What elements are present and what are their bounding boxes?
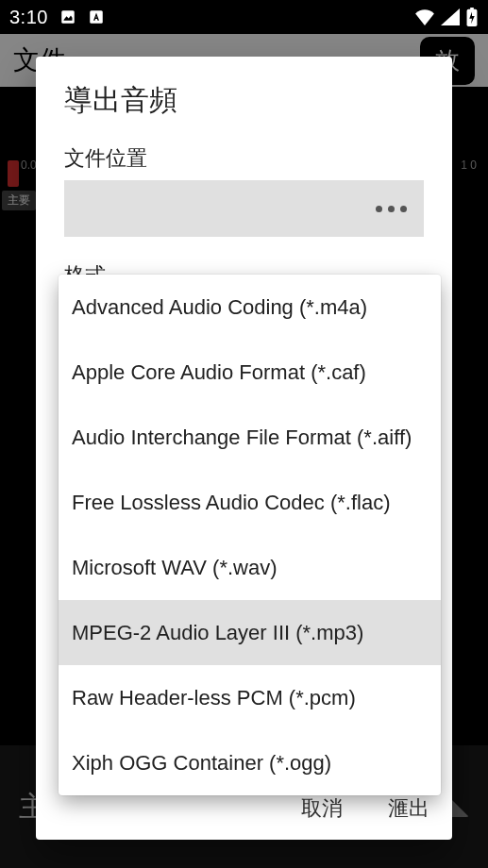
status-bar: 3:10 <box>0 0 488 34</box>
svg-rect-3 <box>470 8 474 10</box>
format-option-ogg[interactable]: Xiph OGG Container (*.ogg) <box>59 730 441 795</box>
more-horizontal-icon[interactable] <box>376 206 407 212</box>
format-option-flac[interactable]: Free Lossless Audio Codec (*.flac) <box>59 470 441 535</box>
status-time: 3:10 <box>9 7 48 28</box>
dialog-title: 導出音頻 <box>64 81 424 120</box>
format-option-aiff[interactable]: Audio Interchange File Format (*.aiff) <box>59 405 441 470</box>
format-option-mp3[interactable]: MPEG-2 Audio Layer III (*.mp3) <box>59 600 441 665</box>
format-option-pcm[interactable]: Raw Header-less PCM (*.pcm) <box>59 665 441 730</box>
battery-icon <box>465 8 479 26</box>
format-option-wav[interactable]: Microsoft WAV (*.wav) <box>59 535 441 600</box>
status-left: 3:10 <box>9 7 105 28</box>
format-dropdown-popup: Advanced Audio Coding (*.m4a) Apple Core… <box>59 275 441 795</box>
svg-rect-0 <box>61 10 75 24</box>
format-option-caf[interactable]: Apple Core Audio Format (*.caf) <box>59 340 441 405</box>
picture-icon <box>59 8 76 25</box>
signal-icon <box>441 8 460 25</box>
badge-a-icon <box>88 8 105 25</box>
file-location-label: 文件位置 <box>64 144 424 173</box>
screen: 3:10 文件 效 0.00 1 0 <box>0 0 488 868</box>
status-right <box>414 8 479 26</box>
svg-rect-1 <box>90 10 103 24</box>
file-location-input[interactable] <box>64 180 424 237</box>
format-option-m4a[interactable]: Advanced Audio Coding (*.m4a) <box>59 275 441 340</box>
wifi-icon <box>414 8 435 25</box>
